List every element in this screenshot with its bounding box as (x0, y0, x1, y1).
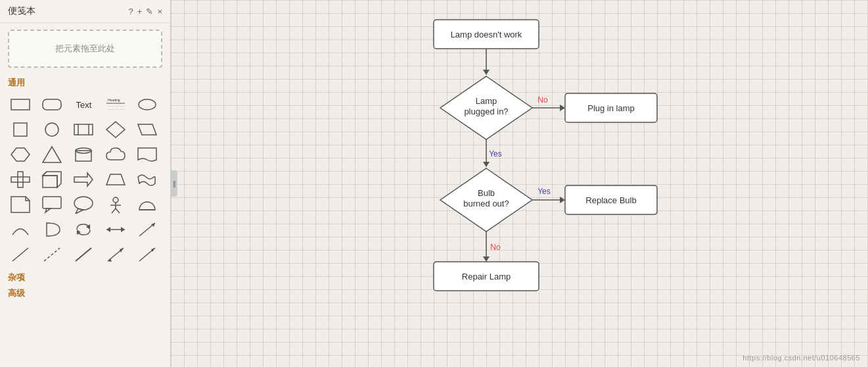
svg-point-28 (74, 197, 93, 210)
svg-marker-23 (74, 173, 93, 186)
shape-d-shape[interactable] (38, 218, 66, 241)
svg-marker-24 (106, 174, 125, 185)
shape-rotate-arrow[interactable] (70, 218, 97, 241)
shape-slash[interactable] (70, 243, 97, 266)
shape-callout[interactable] (38, 193, 66, 216)
svg-text:Lamp: Lamp (476, 96, 497, 106)
shape-cross[interactable] (7, 168, 34, 191)
svg-text:Plug in lamp: Plug in lamp (587, 103, 635, 113)
drop-zone[interactable]: 把元素拖至此处 (8, 30, 162, 68)
shape-double-headed-arrow[interactable] (102, 243, 129, 266)
svg-marker-39 (106, 227, 110, 232)
svg-point-6 (139, 99, 156, 110)
shape-cloud[interactable] (102, 143, 129, 166)
shape-arrow-diagonal[interactable] (133, 243, 161, 266)
svg-line-45 (76, 248, 91, 261)
collapse-handle[interactable]: ‖ (171, 170, 177, 197)
shape-process[interactable] (70, 118, 97, 141)
close-icon[interactable]: × (157, 7, 162, 16)
svg-text:Replace Bulb: Replace Bulb (585, 195, 636, 205)
svg-line-33 (112, 208, 116, 213)
svg-text:plugged in?: plugged in? (464, 107, 508, 116)
shape-text[interactable]: Text (70, 93, 97, 116)
svg-rect-9 (74, 124, 93, 135)
svg-rect-7 (14, 123, 27, 136)
shape-rectangle[interactable] (7, 93, 34, 116)
svg-line-22 (43, 172, 47, 176)
shape-heading[interactable]: Heading — — — — — — — — — — — — (102, 93, 129, 116)
svg-marker-40 (121, 227, 125, 232)
shape-square[interactable] (7, 118, 34, 141)
svg-text:No: No (490, 243, 501, 252)
canvas-area[interactable]: ‖ Lamp doesn't work Lamp plugged in? No … (171, 0, 868, 367)
shapes-grid-general: Text Heading — — — — — — — — — — — — (0, 90, 170, 269)
shape-ellipse[interactable] (133, 93, 161, 116)
watermark: https://blog.csdn.net/u010648565 (742, 354, 860, 362)
svg-marker-54 (483, 70, 490, 75)
svg-marker-13 (138, 124, 156, 135)
shape-triangle[interactable] (38, 143, 66, 166)
shape-document[interactable] (133, 143, 161, 166)
svg-marker-12 (106, 122, 125, 137)
shape-circle[interactable] (38, 118, 66, 141)
svg-rect-1 (43, 99, 61, 110)
svg-marker-70 (560, 197, 565, 203)
svg-rect-18 (18, 172, 23, 187)
svg-text:Yes: Yes (537, 187, 551, 196)
add-icon[interactable]: + (137, 7, 143, 16)
shape-box3d[interactable] (38, 168, 66, 191)
svg-line-43 (12, 248, 28, 261)
shape-arc[interactable] (7, 218, 34, 241)
shape-person[interactable] (102, 193, 129, 216)
svg-point-30 (113, 197, 118, 203)
section-misc-label: 杂项 (0, 269, 170, 285)
shape-note[interactable] (7, 193, 34, 216)
sidebar-title: 便笺本 (8, 5, 35, 17)
svg-text:Yes: Yes (489, 149, 502, 159)
svg-text:Lamp doesn't work: Lamp doesn't work (451, 30, 522, 39)
svg-marker-14 (11, 148, 30, 161)
svg-marker-27 (45, 208, 51, 212)
shape-double-arrow[interactable] (102, 218, 129, 241)
shape-arrow-right[interactable] (70, 168, 97, 191)
svg-text:Heading: Heading (108, 98, 120, 102)
shape-wave[interactable] (133, 168, 161, 191)
flowchart: Lamp doesn't work Lamp plugged in? No Pl… (355, 13, 683, 355)
svg-text:— — — — — —: — — — — — — (108, 108, 125, 110)
shape-parallelogram[interactable] (133, 118, 161, 141)
svg-text:No: No (537, 95, 548, 105)
edit-icon[interactable]: ✎ (146, 7, 153, 16)
shape-rounded-rect[interactable] (38, 93, 66, 116)
shape-trapezoid[interactable] (102, 168, 129, 191)
svg-text:burned out?: burned out? (463, 199, 509, 208)
shape-line[interactable] (7, 243, 34, 266)
svg-marker-25 (11, 197, 30, 212)
help-icon[interactable]: ? (129, 7, 133, 16)
shape-cylinder[interactable] (70, 143, 97, 166)
svg-marker-75 (483, 257, 490, 262)
svg-rect-20 (43, 176, 57, 187)
svg-line-44 (44, 248, 60, 261)
shape-hexagon[interactable] (7, 143, 34, 166)
svg-marker-64 (483, 162, 490, 167)
svg-marker-29 (76, 208, 83, 214)
svg-rect-19 (11, 177, 30, 182)
shape-speech[interactable] (70, 193, 97, 216)
section-general-label: 通用 (0, 74, 170, 90)
svg-rect-26 (43, 197, 61, 208)
shape-half-circle[interactable] (133, 193, 161, 216)
svg-rect-0 (11, 99, 30, 110)
shape-dashed-line[interactable] (38, 243, 66, 266)
svg-marker-48 (120, 248, 124, 253)
svg-text:— — — — — —: — — — — — — (108, 105, 125, 107)
svg-marker-21 (43, 172, 61, 187)
shape-diamond[interactable] (102, 118, 129, 141)
svg-text:Repair Lamp: Repair Lamp (462, 272, 511, 281)
shape-arrow-ne[interactable] (133, 218, 161, 241)
svg-line-34 (116, 208, 120, 213)
sidebar-header-icons: ? + ✎ × (129, 7, 162, 16)
svg-text:Bulb: Bulb (478, 188, 495, 198)
svg-marker-15 (43, 147, 61, 162)
sidebar: 便笺本 ? + ✎ × 把元素拖至此处 通用 Text Heading — — … (0, 0, 171, 367)
svg-point-8 (45, 123, 58, 136)
